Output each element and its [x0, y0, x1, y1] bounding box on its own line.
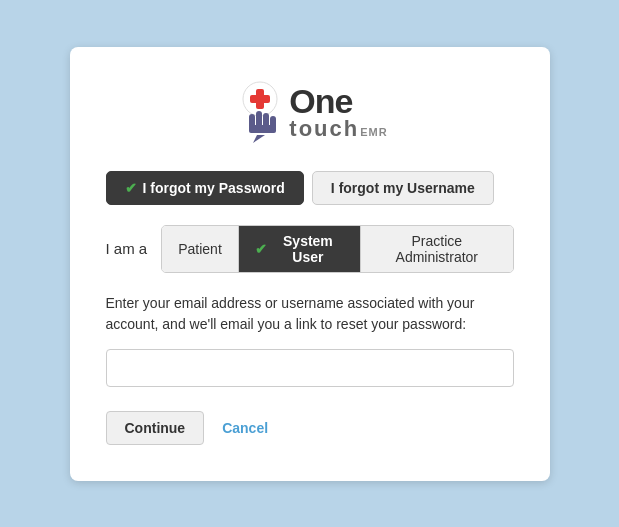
continue-button[interactable]: Continue — [106, 411, 205, 445]
system-user-role-button[interactable]: ✔ System User — [239, 226, 361, 272]
logo-touch: touch — [289, 118, 359, 140]
role-row: I am a Patient ✔ System User Practice Ad… — [106, 225, 514, 273]
practice-admin-role-button[interactable]: Practice Administrator — [361, 226, 512, 272]
forgot-password-card: O ne touch EMR ✔ I forgot my Password I … — [70, 47, 550, 481]
role-group: Patient ✔ System User Practice Administr… — [161, 225, 513, 273]
tab-row: ✔ I forgot my Password I forgot my Usern… — [106, 171, 514, 205]
svg-marker-9 — [253, 135, 265, 143]
patient-role-label: Patient — [178, 241, 222, 257]
practice-admin-role-label: Practice Administrator — [377, 233, 496, 265]
action-row: Continue Cancel — [106, 411, 514, 445]
cancel-button[interactable]: Cancel — [218, 412, 272, 444]
logo-icon — [231, 77, 289, 147]
continue-button-label: Continue — [125, 420, 186, 436]
email-input[interactable] — [106, 349, 514, 387]
logo-emr: EMR — [360, 127, 387, 138]
logo-text: O ne touch EMR — [289, 84, 387, 140]
forgot-username-tab-label: I forgot my Username — [331, 180, 475, 196]
check-icon: ✔ — [125, 180, 137, 196]
description-text: Enter your email address or username ass… — [106, 293, 514, 335]
cancel-button-label: Cancel — [222, 420, 268, 436]
i-am-a-label: I am a — [106, 240, 148, 257]
logo-container: O ne touch EMR — [231, 77, 387, 147]
system-user-role-label: System User — [272, 233, 344, 265]
logo-area: O ne touch EMR — [106, 77, 514, 147]
logo-o: O — [289, 84, 314, 118]
logo-ne: ne — [315, 84, 353, 118]
forgot-password-tab[interactable]: ✔ I forgot my Password — [106, 171, 304, 205]
svg-rect-8 — [249, 125, 276, 133]
forgot-password-tab-label: I forgot my Password — [143, 180, 285, 196]
svg-rect-3 — [250, 95, 270, 103]
system-user-check-icon: ✔ — [255, 241, 267, 257]
patient-role-button[interactable]: Patient — [162, 226, 239, 272]
forgot-username-tab[interactable]: I forgot my Username — [312, 171, 494, 205]
